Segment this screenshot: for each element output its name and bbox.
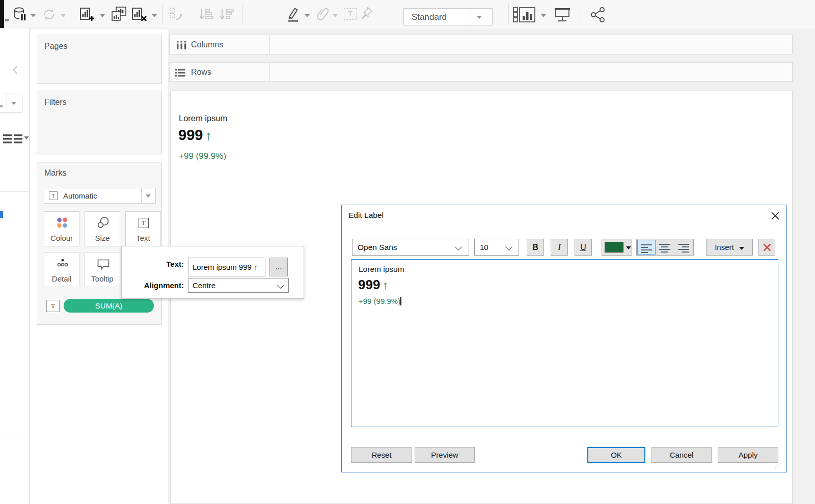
pin-icon	[361, 6, 374, 23]
size-icon	[97, 216, 110, 231]
sum-a-pill[interactable]: SUM(A)	[64, 299, 154, 313]
detail-button[interactable]: Detail	[44, 252, 79, 287]
underline-button[interactable]: U	[575, 239, 592, 256]
text-button-popup: Text: Lorem ipsum 999 ↑ ... Alignment: C…	[121, 246, 304, 299]
font-color-caret	[626, 246, 631, 249]
bold-button[interactable]: B	[527, 239, 544, 256]
mark-type-caret[interactable]	[146, 194, 151, 198]
text-cursor	[400, 297, 401, 305]
bold-button-label: B	[532, 243, 538, 251]
sum-a-pill-label: SUM(A)	[95, 301, 122, 310]
font-size-select[interactable]: 10	[474, 239, 519, 256]
pill-type-icon: T	[46, 300, 60, 312]
mark-type-select[interactable]: T Automatic	[44, 188, 156, 204]
clear-format-button[interactable]	[758, 239, 775, 256]
highlight-pen-icon[interactable]	[286, 6, 301, 24]
divider	[471, 9, 471, 25]
sort-descending-icon	[219, 7, 234, 23]
detail-button-label: Detail	[44, 274, 79, 283]
font-family-select[interactable]: Open Sans	[352, 239, 469, 256]
size-button[interactable]: Size	[85, 211, 120, 246]
tooltip-button[interactable]: Tooltip	[85, 252, 120, 287]
fit-mode-value: Standard	[412, 12, 447, 22]
sheet-value-row: 999 ↑	[178, 127, 212, 144]
text-more-button[interactable]: ...	[269, 258, 288, 276]
color-swatch	[605, 242, 623, 253]
field-icon-fragment	[0, 211, 3, 218]
insert-button[interactable]: Insert	[706, 239, 753, 256]
close-icon[interactable]	[770, 210, 781, 221]
font-family-chevron	[455, 243, 462, 250]
preview-button[interactable]: Preview	[415, 447, 475, 463]
editor-value: 999	[358, 277, 380, 292]
text-field-arrow: ↑	[254, 263, 258, 271]
view-switch-caret[interactable]	[24, 136, 29, 139]
columns-shelf[interactable]: Columns	[169, 35, 793, 54]
text-field-label: Text:	[122, 260, 184, 268]
colour-button[interactable]: Colour	[44, 211, 79, 246]
align-center-button[interactable]	[656, 240, 674, 255]
datasource-dropdown-caret[interactable]	[31, 14, 36, 17]
collapse-pane-icon[interactable]	[14, 67, 20, 73]
toolbar-divider	[242, 4, 242, 24]
apply-button[interactable]: Apply	[718, 447, 778, 463]
refresh-dropdown-caret	[61, 14, 66, 17]
datasource-select-caret[interactable]	[11, 102, 16, 105]
filters-card[interactable]: Filters	[37, 91, 162, 155]
trend-arrow: ↑	[205, 128, 212, 143]
paperclip-icon	[317, 7, 331, 24]
new-worksheet-caret[interactable]	[100, 14, 105, 17]
show-labels-icon[interactable]	[512, 7, 538, 25]
presentation-icon[interactable]	[553, 7, 572, 25]
text-button[interactable]: T Text	[125, 211, 161, 246]
highlight-caret[interactable]	[305, 14, 310, 17]
font-size-chevron	[505, 243, 512, 250]
editor-line3: +99 (99.9%)	[351, 293, 778, 305]
marks-card-label: Marks	[44, 169, 67, 178]
pages-card[interactable]: Pages	[37, 35, 162, 84]
datasource-select-fragment[interactable]	[0, 94, 22, 113]
text-mark-icon: T	[49, 191, 58, 200]
sort-ascending-icon	[199, 7, 214, 23]
alignment-select[interactable]: Centre	[188, 278, 289, 293]
fit-mode-select[interactable]: Standard	[403, 8, 493, 25]
align-right-icon	[675, 240, 693, 253]
datasource-icon[interactable]	[13, 7, 27, 24]
dialog-title: Edit Label	[348, 211, 384, 220]
reset-button[interactable]: Reset	[351, 447, 412, 463]
rows-shelf[interactable]: Rows	[169, 62, 793, 82]
duplicate-sheet-icon[interactable]	[110, 6, 127, 25]
align-right-button[interactable]	[675, 240, 693, 255]
resize-grip[interactable]: ⋰	[775, 462, 781, 469]
cancel-button[interactable]: Cancel	[651, 447, 712, 463]
fit-mode-caret[interactable]	[477, 16, 482, 19]
new-worksheet-icon[interactable]	[79, 7, 95, 24]
marks-card: Marks T Automatic Colour	[37, 162, 162, 325]
colour-button-label: Colour	[44, 234, 79, 242]
clear-sheet-icon[interactable]	[131, 7, 148, 24]
clear-sheet-caret[interactable]	[152, 14, 157, 17]
text-icon: T	[139, 218, 149, 228]
font-color-button[interactable]	[602, 239, 632, 256]
text-more-button-label: ...	[275, 262, 282, 271]
tooltip-icon	[97, 259, 110, 273]
editor-line1: Lorem ipsum	[351, 260, 778, 274]
view-switch-icon[interactable]	[3, 133, 23, 147]
ok-button[interactable]: OK	[587, 447, 645, 463]
tableau-workspace: T Standard	[0, 0, 815, 504]
toolbar-divider	[162, 4, 162, 24]
text-field-value: Lorem ipsum 999	[193, 263, 252, 271]
divider	[141, 188, 142, 203]
toolbar-divider	[581, 4, 581, 24]
align-left-button[interactable]	[637, 240, 656, 255]
italic-button[interactable]: I	[551, 239, 568, 256]
text-field-input[interactable]: Lorem ipsum 999 ↑	[188, 258, 265, 276]
swap-axes-icon	[169, 7, 184, 23]
label-text-editor[interactable]: Lorem ipsum 999 ↑ +99 (99.9%)	[351, 259, 778, 427]
edit-label-dialog: Edit Label Open Sans 10 B I U	[341, 205, 787, 472]
share-icon[interactable]	[590, 7, 607, 25]
mark-type-value: Automatic	[63, 191, 97, 200]
insert-button-label: Insert	[715, 243, 734, 251]
cropped-icon-fragment	[0, 0, 4, 28]
show-labels-caret[interactable]	[541, 14, 546, 17]
